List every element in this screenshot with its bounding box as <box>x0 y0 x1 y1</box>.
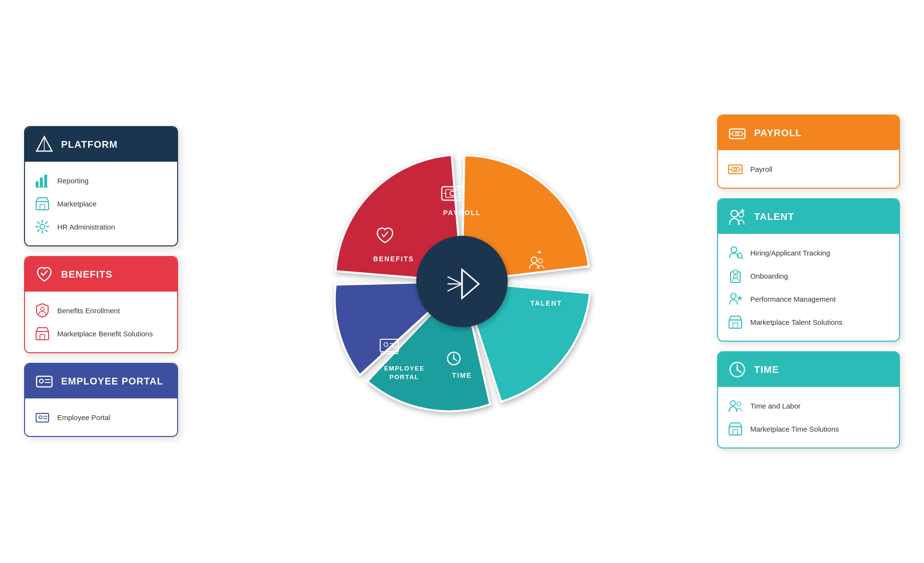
svg-rect-88 <box>733 430 738 435</box>
marketplace-icon <box>35 326 50 341</box>
talent-header-label: TALENT <box>754 211 794 222</box>
benefits-item-enrollment[interactable]: Benefits Enrollment <box>35 299 167 322</box>
talent-item-marketplace[interactable]: Marketplace Talent Solutions <box>728 310 889 333</box>
payroll-item[interactable]: Payroll <box>728 157 889 180</box>
employee-portal-card: EMPLOYEE PORTAL Employee Portal <box>24 363 178 437</box>
person-screen-icon <box>35 409 50 425</box>
payroll-header-label: PAYROLL <box>754 128 802 139</box>
benefits-item-marketplace[interactable]: Marketplace Benefit Solutions <box>35 322 167 345</box>
svg-text:EMPLOYEE: EMPLOYEE <box>384 365 424 372</box>
right-cards: PAYROLL Payroll <box>717 115 900 448</box>
svg-point-16 <box>39 379 43 383</box>
svg-rect-3 <box>36 181 38 187</box>
svg-point-58 <box>736 132 739 135</box>
svg-point-42 <box>453 358 455 359</box>
talent-card-header: TALENT <box>718 199 899 234</box>
store-icon <box>35 196 50 211</box>
time-card-body: Time and Labor Marketplace Time Solution… <box>718 387 899 448</box>
time-item-marketplace[interactable]: Marketplace Time Solutions <box>728 417 889 440</box>
benefits-card: BENEFITS Benefits Enrollment <box>24 256 178 353</box>
svg-point-84 <box>731 401 735 406</box>
payroll-card: PAYROLL Payroll <box>717 115 900 189</box>
platform-header-label: PLATFORM <box>61 139 118 150</box>
svg-point-75 <box>731 294 736 299</box>
svg-text:PORTAL: PORTAL <box>389 373 419 381</box>
benefits-card-body: Benefits Enrollment Marketplace Benefit … <box>25 292 177 352</box>
person-star-icon <box>728 291 743 307</box>
svg-point-85 <box>737 402 741 406</box>
time-header-label: TIME <box>754 364 779 375</box>
benefits-header-label: BENEFITS <box>61 269 113 280</box>
platform-marketplace-label: Marketplace <box>57 200 97 208</box>
payroll-card-body: Payroll <box>718 150 899 188</box>
left-cards: PLATFORM Reporting <box>24 126 178 437</box>
svg-text:TIME: TIME <box>452 371 472 379</box>
svg-marker-76 <box>737 295 743 301</box>
svg-point-66 <box>731 210 738 217</box>
platform-item-reporting[interactable]: Reporting <box>35 169 167 192</box>
svg-rect-5 <box>44 175 47 187</box>
benefits-card-header: BENEFITS <box>25 257 177 292</box>
talent-header-icon <box>728 207 747 226</box>
svg-point-63 <box>734 168 737 171</box>
talent-item-hiring[interactable]: Hiring/Applicant Tracking <box>728 241 889 264</box>
svg-text:PAYROLL: PAYROLL <box>443 209 481 217</box>
clipboard-icon <box>728 268 743 283</box>
talent-item-onboarding[interactable]: Onboarding <box>728 264 889 287</box>
platform-header-icon <box>35 135 54 154</box>
svg-rect-79 <box>733 323 738 328</box>
gear-icon <box>35 219 50 234</box>
platform-item-hr[interactable]: HR Administration <box>35 215 167 238</box>
talent-marketplace-label: Marketplace Talent Solutions <box>750 318 843 326</box>
main-container: PLATFORM Reporting <box>0 0 924 563</box>
platform-hr-label: HR Administration <box>57 223 115 231</box>
employee-portal-label: Employee Portal <box>57 413 110 422</box>
platform-item-marketplace[interactable]: Marketplace <box>35 192 167 215</box>
talent-onboarding-label: Onboarding <box>750 272 788 280</box>
svg-point-10 <box>40 224 45 229</box>
talent-performance-label: Performance Management <box>750 295 836 303</box>
time-store-icon <box>728 421 743 436</box>
platform-card: PLATFORM Reporting <box>24 126 178 246</box>
time-card-header: TIME <box>718 352 899 387</box>
time-header-icon <box>728 360 747 379</box>
benefits-header-icon <box>35 265 54 284</box>
people-icon <box>728 398 743 413</box>
employee-header-icon <box>35 371 54 391</box>
talent-item-performance[interactable]: Performance Management <box>728 287 889 310</box>
svg-point-20 <box>39 416 42 419</box>
time-card: TIME Time and Labor <box>717 351 900 448</box>
benefits-marketplace-label: Marketplace Benefit Solutions <box>57 330 153 338</box>
time-marketplace-label: Marketplace Time Solutions <box>750 425 839 433</box>
talent-store-icon <box>728 314 743 330</box>
wheel-container: PAYROLL TALENT TIME <box>322 142 602 421</box>
svg-rect-14 <box>40 334 45 340</box>
payroll-header-icon <box>728 123 747 142</box>
svg-rect-9 <box>40 205 45 210</box>
talent-card: TALENT Hiring/Applicant Tracking <box>717 198 900 342</box>
benefits-enrollment-label: Benefits Enrollment <box>57 307 120 315</box>
bar-chart-icon <box>35 173 50 188</box>
talent-hiring-label: Hiring/Applicant Tracking <box>750 249 830 257</box>
employee-portal-item[interactable]: Employee Portal <box>35 406 167 429</box>
svg-point-11 <box>41 307 44 311</box>
shield-person-icon <box>35 303 50 318</box>
search-person-icon <box>728 245 743 260</box>
svg-rect-73 <box>733 270 737 274</box>
payroll-card-header: PAYROLL <box>718 115 899 150</box>
svg-rect-4 <box>40 178 43 187</box>
svg-rect-12 <box>36 332 49 340</box>
svg-point-83 <box>736 369 738 371</box>
svg-rect-7 <box>36 202 49 210</box>
svg-rect-19 <box>36 413 49 422</box>
money-icon <box>728 161 743 177</box>
time-item-labor[interactable]: Time and Labor <box>728 394 889 417</box>
time-labor-label: Time and Labor <box>750 402 801 410</box>
platform-card-header: PLATFORM <box>25 127 177 162</box>
platform-reporting-label: Reporting <box>57 177 89 185</box>
svg-text:TALENT: TALENT <box>530 299 562 307</box>
employee-portal-card-body: Employee Portal <box>25 398 177 436</box>
employee-portal-header-label: EMPLOYEE PORTAL <box>61 376 163 387</box>
employee-portal-card-header: EMPLOYEE PORTAL <box>25 364 177 398</box>
svg-point-69 <box>731 247 737 253</box>
